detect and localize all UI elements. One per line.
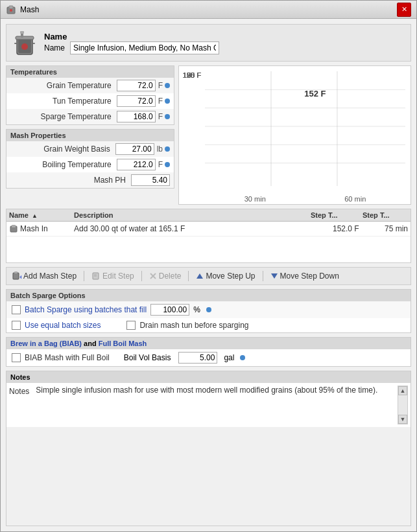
temperatures-section: Temperatures Grain Temperature F Tun Tem… bbox=[6, 65, 174, 125]
chart-svg-area: 152 F bbox=[205, 71, 405, 186]
biab-section: Brew in a Bag (BIAB) and Full Boil Mash … bbox=[6, 337, 411, 367]
move-step-up-button[interactable]: Move Step Up bbox=[194, 270, 257, 282]
biab-fullboil-label: Full Boil Mash bbox=[99, 340, 147, 347]
x-label-30: 30 min bbox=[244, 195, 266, 203]
mash-ph-label: Mash PH bbox=[10, 176, 131, 185]
content-area: Name Name Temperatures Grain Temperature… bbox=[1, 19, 416, 531]
boiling-temp-unit: F bbox=[158, 160, 163, 169]
biab-header-text: Brew in a Bag (BIAB) and Full Boil Mash bbox=[10, 340, 147, 347]
drain-mash-checkbox[interactable] bbox=[126, 321, 136, 330]
move-step-down-label: Move Step Down bbox=[280, 272, 339, 281]
row-step-time: 75 min bbox=[385, 224, 408, 233]
biab-and-text: and bbox=[84, 340, 99, 347]
scroll-down-button[interactable]: ▼ bbox=[398, 415, 407, 424]
sparge-temp-label: Sparge Temperature bbox=[10, 112, 117, 121]
mash-ph-input[interactable] bbox=[131, 174, 170, 186]
table-header: Name ▲ Description Step T... Step T... bbox=[6, 209, 411, 222]
grain-temp-row: Grain Temperature F bbox=[6, 78, 174, 93]
boil-vol-unit: gal bbox=[224, 353, 234, 362]
scroll-up-button[interactable]: ▲ bbox=[398, 386, 407, 395]
boiling-temp-input[interactable] bbox=[117, 159, 156, 170]
tun-temp-dot bbox=[165, 98, 170, 104]
svg-text:+: + bbox=[19, 274, 21, 281]
move-up-icon bbox=[196, 272, 204, 280]
add-mash-step-label: Add Mash Step bbox=[23, 272, 77, 281]
svg-rect-22 bbox=[13, 273, 19, 279]
grain-weight-input[interactable] bbox=[115, 143, 154, 155]
row-name: Mash In bbox=[9, 224, 74, 233]
move-step-down-button[interactable]: Move Step Down bbox=[268, 270, 341, 282]
boil-vol-label: Boil Vol Basis bbox=[124, 353, 171, 362]
equal-sizes-label: Use equal batch sizes bbox=[25, 321, 101, 330]
boil-vol-input[interactable] bbox=[178, 352, 217, 364]
tun-temp-row: Tun Temperature F bbox=[6, 93, 174, 109]
delete-icon bbox=[149, 272, 157, 280]
add-mash-step-button[interactable]: + Add Mash Step bbox=[10, 270, 78, 282]
name-section: Name Name bbox=[6, 24, 411, 62]
boiling-temp-dot bbox=[165, 162, 170, 167]
equal-sizes-row: Use equal batch sizes bbox=[12, 321, 101, 330]
batch-value-input[interactable] bbox=[150, 304, 189, 316]
chart-svg: 152 F bbox=[205, 71, 405, 186]
sparge-temp-input[interactable] bbox=[117, 111, 156, 122]
batch-sparge-section: Batch Sparge Options Batch Sparge using … bbox=[6, 289, 411, 333]
svg-rect-10 bbox=[32, 43, 35, 44]
batch-using-row: Batch Sparge using batches that fill % bbox=[6, 301, 411, 318]
batch-sparge-header: Batch Sparge Options bbox=[6, 290, 411, 301]
tun-temp-input[interactable] bbox=[117, 95, 156, 107]
row-step-temp: 152.0 F bbox=[333, 224, 385, 233]
sort-icon: ▲ bbox=[32, 213, 38, 219]
equal-sizes-checkbox[interactable] bbox=[12, 321, 21, 330]
batch-using-checkbox[interactable] bbox=[12, 305, 21, 314]
steps-table: Name ▲ Description Step T... Step T... M… bbox=[6, 209, 411, 263]
notes-body: Notes Simple single infusion mash for us… bbox=[6, 383, 411, 427]
svg-point-8 bbox=[21, 43, 28, 50]
name-input[interactable] bbox=[70, 41, 219, 54]
svg-rect-1 bbox=[9, 6, 13, 8]
toolbar-sep-4 bbox=[263, 271, 263, 281]
biab-checkbox[interactable] bbox=[12, 353, 21, 362]
move-step-up-label: Move Step Up bbox=[206, 272, 255, 281]
move-down-icon bbox=[270, 272, 278, 280]
sparge-temp-unit: F bbox=[158, 112, 163, 121]
biab-row: BIAB Mash with Full Boil Boil Vol Basis … bbox=[6, 349, 411, 366]
close-button[interactable]: ✕ bbox=[397, 3, 411, 17]
grain-weight-label: Grain Weight Basis bbox=[10, 145, 115, 154]
scroll-track bbox=[398, 395, 407, 415]
chart-section: 150 F 125 F 100 F 75 F 50 F 25 F bbox=[178, 65, 411, 205]
temperatures-header: Temperatures bbox=[6, 66, 174, 78]
notes-scrollbar: ▲ ▼ bbox=[398, 386, 408, 424]
svg-rect-21 bbox=[12, 225, 16, 227]
svg-marker-30 bbox=[197, 273, 203, 279]
delete-button[interactable]: Delete bbox=[147, 270, 184, 282]
tun-temp-unit: F bbox=[158, 97, 163, 106]
grain-temp-input[interactable] bbox=[117, 80, 156, 91]
name-right: Name Name bbox=[44, 32, 405, 54]
batch-dot bbox=[206, 307, 211, 312]
col-header-step-temp: Step T... bbox=[311, 211, 363, 219]
left-column: Temperatures Grain Temperature F Tun Tem… bbox=[6, 65, 174, 205]
table-row[interactable]: Mash In Add 30.00 qt of water at 165.1 F… bbox=[6, 222, 411, 237]
edit-step-button[interactable]: Edit Step bbox=[89, 270, 136, 282]
boil-vol-dot bbox=[240, 355, 245, 360]
notes-section: Notes Notes Simple single infusion mash … bbox=[6, 371, 411, 526]
boiling-temp-label: Boiling Temperature bbox=[10, 160, 117, 169]
notes-textarea[interactable]: Simple single infusion mash for use with… bbox=[36, 386, 395, 424]
window-icon bbox=[6, 5, 16, 15]
svg-rect-9 bbox=[14, 43, 17, 44]
toolbar: + Add Mash Step Edit Step Delete bbox=[6, 267, 411, 285]
two-col-layout: Temperatures Grain Temperature F Tun Tem… bbox=[6, 65, 411, 205]
col-header-step-time: Step T... bbox=[363, 211, 408, 219]
svg-text:152 F: 152 F bbox=[304, 89, 326, 98]
name-field-label: Name bbox=[44, 43, 65, 52]
toolbar-sep-3 bbox=[188, 271, 189, 281]
table-empty-area bbox=[6, 237, 411, 262]
mash-properties-header: Mash Properties bbox=[6, 130, 174, 141]
chart-area: 150 F 125 F 100 F 75 F 50 F 25 F bbox=[178, 65, 411, 205]
col-header-name: Name ▲ bbox=[9, 211, 74, 219]
svg-point-2 bbox=[10, 9, 12, 12]
y-label-25: 25 F bbox=[187, 71, 201, 79]
mash-properties-section: Mash Properties Grain Weight Basis lb Bo… bbox=[6, 129, 174, 189]
biab-mash-label: BIAB Mash with Full Boil bbox=[25, 353, 110, 362]
grain-temp-label: Grain Temperature bbox=[10, 81, 117, 90]
